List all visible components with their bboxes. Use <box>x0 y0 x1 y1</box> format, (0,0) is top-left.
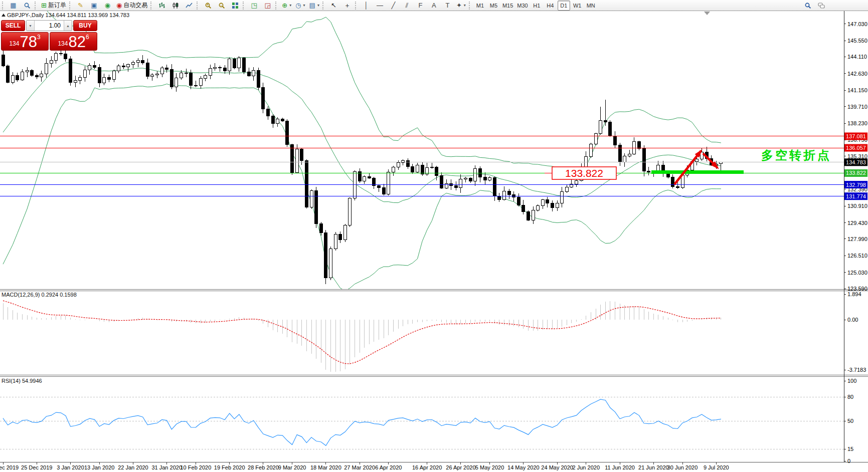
svg-text:26 Apr 2020: 26 Apr 2020 <box>446 464 475 470</box>
svg-text:10 Feb 2020: 10 Feb 2020 <box>181 464 212 470</box>
text-label-button[interactable]: T <box>441 1 454 11</box>
zoom-in-button[interactable]: + <box>202 1 214 11</box>
templates-button[interactable]: ▤▾ <box>308 1 321 11</box>
svg-text:16 Apr 2020: 16 Apr 2020 <box>412 464 442 470</box>
tile-windows-icon <box>232 2 239 9</box>
svg-text:3 Jan 2020: 3 Jan 2020 <box>57 464 84 470</box>
sell-price-prefix: 134 <box>9 40 19 47</box>
rsi-label: RSI(14) 54.9946 <box>2 378 42 384</box>
svg-text:21 Jun 2020: 21 Jun 2020 <box>638 464 669 470</box>
chat-icon <box>818 2 825 9</box>
line-chart-button[interactable] <box>183 1 195 11</box>
timeframe-button-D1[interactable]: D1 <box>558 1 570 11</box>
chevron-down-icon[interactable]: ▾ <box>464 3 466 8</box>
new-order-label: 新订单 <box>48 1 66 10</box>
periods-button[interactable]: ◷▾ <box>294 1 306 11</box>
svg-text:1.894: 1.894 <box>847 291 861 297</box>
volume-value[interactable]: 1.00 <box>35 21 64 31</box>
sell-price-button[interactable]: 134 78 3 <box>1 32 49 51</box>
svg-text:147.030: 147.030 <box>847 21 867 27</box>
buy-price-main: 82 <box>68 35 85 49</box>
new-order-button[interactable]: ⊞新订单 <box>40 1 68 11</box>
sell-price-pip: 3 <box>37 34 41 41</box>
svg-text:22 Jan 2020: 22 Jan 2020 <box>118 464 148 470</box>
sell-button[interactable]: SELL <box>1 20 25 31</box>
svg-text:+: + <box>207 3 209 7</box>
svg-text:19 Feb 2020: 19 Feb 2020 <box>214 464 245 470</box>
svg-text:2 Jun 2020: 2 Jun 2020 <box>573 464 600 470</box>
toolbar-grip <box>469 2 472 10</box>
cursor-button[interactable]: ↖ <box>327 1 340 11</box>
news-button[interactable]: ◉ <box>101 1 114 11</box>
equidistant-channel-icon: ⫽ <box>406 2 409 9</box>
profiles-button[interactable] <box>21 1 33 11</box>
one-click-toggle-icon[interactable] <box>2 14 6 17</box>
svg-text:16 Dec 2019: 16 Dec 2019 <box>0 464 19 470</box>
chevron-down-icon[interactable]: ▾ <box>317 3 319 8</box>
svg-text:135.310: 135.310 <box>847 153 867 159</box>
chevron-down-icon[interactable]: ▾ <box>303 3 305 8</box>
toolbar-grip <box>197 2 200 10</box>
one-click-trading-panel: SELL ▼ 1.00 ▲ BUY 134 78 3 134 82 6 <box>1 20 97 51</box>
timeframe-button-MN[interactable]: MN <box>585 1 597 11</box>
price-tag-133822[interactable]: 133.822 <box>552 167 616 179</box>
zoom-in-icon: + <box>205 2 212 9</box>
sell-price-main: 78 <box>20 35 37 49</box>
toolbar-grip <box>355 2 359 10</box>
equidistant-channel-button[interactable]: ⫽ <box>401 1 413 11</box>
volume-down-icon[interactable]: ▼ <box>27 21 35 31</box>
search-button[interactable] <box>801 1 814 11</box>
svg-text:0: 0 <box>847 458 850 464</box>
candlestick-button[interactable] <box>169 1 182 11</box>
timeframe-button-H4[interactable]: H4 <box>544 1 557 11</box>
timeframe-button-M1[interactable]: M1 <box>474 1 486 11</box>
bar-chart-button[interactable] <box>155 1 168 11</box>
buy-price-button[interactable]: 134 82 6 <box>50 32 97 51</box>
indicators-icon: ⊕ <box>282 2 287 9</box>
toolbar-grip <box>275 2 279 10</box>
autotrading-icon: ◉ <box>116 2 122 9</box>
svg-text:5 May 2020: 5 May 2020 <box>475 464 504 470</box>
svg-text:132.798: 132.798 <box>846 182 866 188</box>
autotrading-button[interactable]: ◉自动交易 <box>115 1 149 11</box>
auto-arrange-button[interactable]: ◳ <box>248 1 260 11</box>
svg-text:131.774: 131.774 <box>846 193 866 199</box>
buy-button[interactable]: BUY <box>73 20 97 31</box>
svg-text:100: 100 <box>847 378 856 384</box>
macd-label: MACD(12,26,9) 0.2924 0.1598 <box>2 292 77 298</box>
bar-chart-icon <box>158 2 165 9</box>
svg-text:9 Mar 2020: 9 Mar 2020 <box>278 464 306 470</box>
new-chart-button[interactable]: ▦ <box>7 1 20 11</box>
text-label-icon: T <box>445 2 449 9</box>
chart-canvas[interactable]: 133.822多空转折点147.030145.550144.110142.630… <box>0 0 868 472</box>
horizontal-line-icon: — <box>377 2 383 9</box>
svg-text:9 Jul 2020: 9 Jul 2020 <box>704 464 729 470</box>
crosshair-button[interactable]: ＋ <box>341 1 354 11</box>
vertical-line-button[interactable]: │ <box>360 1 373 11</box>
zoom-out-button[interactable]: - <box>215 1 228 11</box>
shapes-button[interactable]: ✦▾ <box>455 1 467 11</box>
terminal-icon: ▣ <box>91 2 97 9</box>
cursor-icon: ↖ <box>331 2 336 9</box>
timeframe-button-W1[interactable]: W1 <box>571 1 584 11</box>
metaeditor-button[interactable]: ✎ <box>74 1 87 11</box>
tile-windows-button[interactable] <box>229 1 241 11</box>
indicators-button[interactable]: ⊕▾ <box>280 1 293 11</box>
fibonacci-button[interactable]: F <box>414 1 427 11</box>
toolbar-grip <box>35 2 38 10</box>
align-chart-button[interactable]: ◲ <box>261 1 274 11</box>
svg-text:50: 50 <box>847 418 853 424</box>
timeframe-button-M5[interactable]: M5 <box>487 1 500 11</box>
svg-text:144.110: 144.110 <box>847 54 867 60</box>
timeframe-button-H1[interactable]: H1 <box>531 1 543 11</box>
terminal-button[interactable]: ▣ <box>88 1 100 11</box>
timeframe-button-M30[interactable]: M30 <box>515 1 529 11</box>
text-button[interactable]: A <box>428 1 440 11</box>
trendline-button[interactable]: ╱ <box>387 1 400 11</box>
volume-up-icon[interactable]: ▲ <box>64 21 72 31</box>
chevron-down-icon[interactable]: ▾ <box>289 3 291 8</box>
svg-text:133.822: 133.822 <box>846 170 866 176</box>
horizontal-line-button[interactable]: — <box>374 1 386 11</box>
chat-button[interactable] <box>815 1 827 11</box>
timeframe-button-M15[interactable]: M15 <box>501 1 514 11</box>
